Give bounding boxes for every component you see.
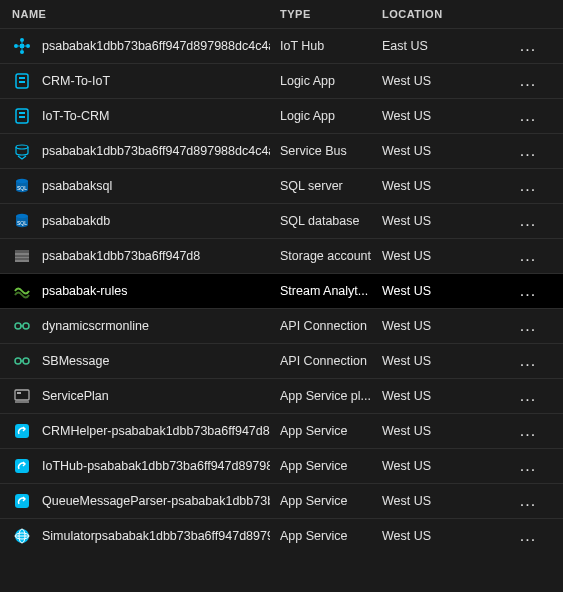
table-row[interactable]: dynamicscrmonlineAPI ConnectionWest US..… [0,308,563,343]
cell-location: West US [382,144,482,158]
resource-name[interactable]: psababak1dbb73ba6ff947d897988dc4c4a [42,39,270,53]
more-actions-button[interactable]: ... [514,106,542,126]
cell-actions: ... [482,71,542,91]
cell-name: IoT-To-CRM [12,106,280,126]
cell-actions: ... [482,351,542,371]
cell-type: App Service [280,424,382,438]
cell-type: SQL database [280,214,382,228]
table-header: NAME TYPE LOCATION [0,0,563,28]
cell-actions: ... [482,386,542,406]
cell-actions: ... [482,176,542,196]
cell-actions: ... [482,211,542,231]
cell-name: ServicePlan [12,386,280,406]
resource-name[interactable]: psababak-rules [42,284,127,298]
resource-name[interactable]: QueueMessageParser-psababak1dbb73ba [42,494,270,508]
cell-location: West US [382,529,482,543]
more-actions-button[interactable]: ... [514,526,542,546]
resource-name[interactable]: SBMessage [42,354,109,368]
svg-rect-11 [19,81,25,83]
more-actions-button[interactable]: ... [514,316,542,336]
table-row[interactable]: SBMessageAPI ConnectionWest US... [0,343,563,378]
table-row[interactable]: IoTHub-psababak1dbb73ba6ff947d89798App S… [0,448,563,483]
cell-name: dynamicscrmonline [12,316,280,336]
svg-point-28 [23,358,29,364]
iot-hub-icon [12,36,32,56]
cell-type: Stream Analyt... [280,284,382,298]
resource-name[interactable]: psababaksql [42,179,112,193]
more-actions-button[interactable]: ... [514,211,542,231]
cell-actions: ... [482,106,542,126]
more-actions-button[interactable]: ... [514,456,542,476]
more-actions-button[interactable]: ... [514,176,542,196]
resource-name[interactable]: psababak1dbb73ba6ff947d897988dc4c4a [42,144,270,158]
svg-rect-14 [19,116,25,118]
svg-point-1 [14,44,18,48]
storage-account-icon [12,246,32,266]
cell-location: West US [382,249,482,263]
logic-app-icon [12,71,32,91]
svg-text:SQL: SQL [17,220,27,226]
resource-name[interactable]: IoTHub-psababak1dbb73ba6ff947d89798 [42,459,270,473]
more-actions-button[interactable]: ... [514,71,542,91]
svg-rect-33 [15,424,29,438]
resource-name[interactable]: ServicePlan [42,389,109,403]
header-name[interactable]: NAME [12,8,280,20]
cell-actions: ... [482,526,542,546]
resource-name[interactable]: psababakdb [42,214,110,228]
svg-point-25 [23,323,29,329]
api-connection-icon [12,316,32,336]
table-row[interactable]: SQLpsababakdbSQL databaseWest US... [0,203,563,238]
cell-actions: ... [482,316,542,336]
cell-actions: ... [482,246,542,266]
resource-name[interactable]: CRMHelper-psababak1dbb73ba6ff947d89 [42,424,270,438]
resource-name[interactable]: Simulatorpsababak1dbb73ba6ff947d8979 [42,529,270,543]
more-actions-button[interactable]: ... [514,351,542,371]
table-row[interactable]: SQLpsababaksqlSQL serverWest US... [0,168,563,203]
resource-table: NAME TYPE LOCATION psababak1dbb73ba6ff94… [0,0,563,553]
table-row[interactable]: CRMHelper-psababak1dbb73ba6ff947d89App S… [0,413,563,448]
more-actions-button[interactable]: ... [514,491,542,511]
svg-text:SQL: SQL [17,185,27,191]
resource-name[interactable]: dynamicscrmonline [42,319,149,333]
cell-location: West US [382,214,482,228]
cell-actions: ... [482,456,542,476]
resource-name[interactable]: CRM-To-IoT [42,74,110,88]
more-actions-button[interactable]: ... [514,386,542,406]
table-row[interactable]: IoT-To-CRMLogic AppWest US... [0,98,563,133]
table-row[interactable]: psababak-rulesStream Analyt...West US... [0,273,563,308]
more-actions-button[interactable]: ... [514,246,542,266]
service-bus-icon [12,141,32,161]
table-row[interactable]: psababak1dbb73ba6ff947d897988dc4c4aIoT H… [0,28,563,63]
header-type[interactable]: TYPE [280,8,382,20]
table-row[interactable]: QueueMessageParser-psababak1dbb73baApp S… [0,483,563,518]
more-actions-button[interactable]: ... [514,421,542,441]
cell-type: IoT Hub [280,39,382,53]
svg-rect-13 [19,112,25,114]
cell-actions: ... [482,36,542,56]
svg-rect-0 [20,44,24,48]
table-row[interactable]: ServicePlanApp Service pl...West US... [0,378,563,413]
resource-name[interactable]: psababak1dbb73ba6ff947d8 [42,249,200,263]
resource-name[interactable]: IoT-To-CRM [42,109,109,123]
table-row[interactable]: CRM-To-IoTLogic AppWest US... [0,63,563,98]
svg-point-2 [26,44,30,48]
svg-point-4 [20,50,24,54]
more-actions-button[interactable]: ... [514,141,542,161]
more-actions-button[interactable]: ... [514,281,542,301]
cell-type: App Service [280,459,382,473]
cell-location: West US [382,424,482,438]
table-row[interactable]: psababak1dbb73ba6ff947d897988dc4c4aServi… [0,133,563,168]
table-row[interactable]: Simulatorpsababak1dbb73ba6ff947d8979App … [0,518,563,553]
cell-type: Logic App [280,109,382,123]
cell-type: App Service pl... [280,389,382,403]
cell-name: CRM-To-IoT [12,71,280,91]
more-actions-button[interactable]: ... [514,36,542,56]
cell-location: West US [382,389,482,403]
header-location[interactable]: LOCATION [382,8,482,20]
cell-name: psababak1dbb73ba6ff947d897988dc4c4a [12,141,280,161]
cell-location: West US [382,319,482,333]
cell-name: QueueMessageParser-psababak1dbb73ba [12,491,280,511]
cell-location: West US [382,109,482,123]
cell-type: API Connection [280,319,382,333]
table-row[interactable]: psababak1dbb73ba6ff947d8Storage accountW… [0,238,563,273]
